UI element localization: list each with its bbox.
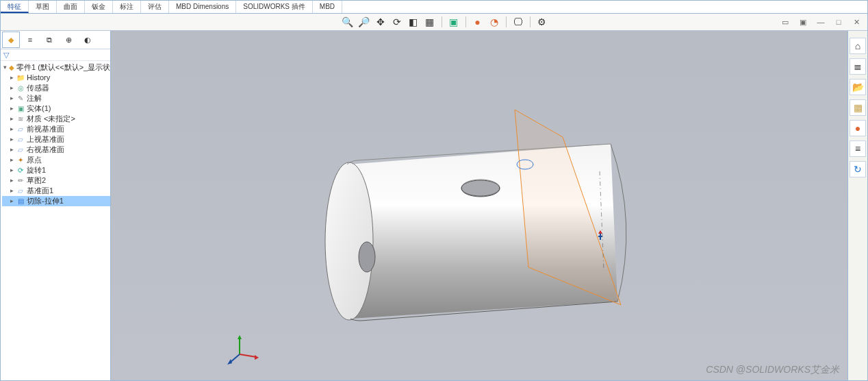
dimxpert-tab[interactable]: ⊕ [60, 32, 77, 48]
tree-item-label: 注解 [27, 93, 42, 103]
tree-item-右视基准面[interactable]: ▸▱右视基准面 [2, 145, 110, 155]
list-icon[interactable]: ≡ [850, 140, 866, 157]
tile-icon[interactable]: ▦ [850, 99, 866, 116]
screen-icon[interactable]: 🖵 [511, 15, 525, 29]
cut-icon: ▤ [16, 197, 25, 206]
refresh-icon[interactable]: ↻ [850, 161, 866, 177]
ribbon-tab-MBD[interactable]: MBD [313, 1, 342, 13]
expand-icon[interactable]: ▸ [9, 83, 14, 93]
tree-item-材质 <未指定>[interactable]: ▸≋材质 <未指定> [2, 114, 110, 124]
settings-icon[interactable]: ⚙ [535, 15, 549, 29]
orientation-triad[interactable] [226, 332, 260, 367]
tree-item-History[interactable]: ▸📁History [2, 73, 110, 83]
tree-item-label: 草图2 [27, 175, 46, 186]
expand-icon[interactable]: ▸ [9, 114, 14, 124]
tree-item-label: 右视基准面 [27, 145, 64, 155]
config-manager-tab[interactable]: ⧉ [40, 32, 58, 48]
expand-icon[interactable]: ▸ [9, 165, 14, 175]
expand-icon[interactable]: ▸ [9, 93, 14, 103]
material-icon: ≋ [16, 115, 25, 123]
tree-item-前视基准面[interactable]: ▸▱前视基准面 [2, 124, 110, 134]
svg-line-13 [230, 354, 240, 362]
ribbon-tab-SOLIDWORKS 插件[interactable]: SOLIDWORKS 插件 [236, 1, 313, 13]
tree-item-label: 实体(1) [27, 103, 51, 114]
ribbon-tab-曲面[interactable]: 曲面 [57, 1, 85, 13]
zoom-area-icon[interactable]: 🔎 [357, 15, 371, 29]
feature-manager-panel: ◆≡⧉⊕◐ ▽ ▾ ◆ 零件1 (默认<<默认>_显示状态 1>) ▸📁Hist… [1, 31, 111, 380]
tree-item-原点[interactable]: ▸✦原点 [2, 155, 110, 165]
tree-item-旋转1[interactable]: ▸⟳旋转1 [2, 165, 110, 175]
svg-point-1 [461, 180, 500, 197]
window-minimize-icon[interactable]: — [814, 16, 828, 27]
window-tile-icon[interactable]: ▭ [778, 16, 792, 27]
tree-item-label: 传感器 [27, 83, 49, 93]
plane-icon: ▱ [16, 136, 25, 144]
filter-icon[interactable]: ▽ [3, 51, 9, 60]
ribbon-tab-草图[interactable]: 草图 [29, 1, 57, 13]
model-canvas[interactable] [111, 31, 847, 380]
window-controls: ▭ ▣ — □ ✕ [778, 16, 867, 27]
tree-item-label: 基准面1 [27, 186, 53, 196]
expand-icon[interactable]: ▸ [9, 196, 14, 206]
expand-icon[interactable]: ▸ [9, 186, 14, 196]
tree-item-label: 材质 <未指定> [27, 114, 75, 124]
tree-item-实体(1)[interactable]: ▸▣实体(1) [2, 103, 110, 114]
expand-icon[interactable]: ▸ [9, 73, 14, 83]
plane-icon: ▱ [16, 125, 25, 134]
ribbon-tab-标注[interactable]: 标注 [113, 1, 141, 13]
part-icon: ◆ [9, 64, 14, 72]
svg-line-11 [240, 354, 256, 357]
expand-icon[interactable]: ▸ [9, 175, 14, 186]
tree-item-label: 原点 [27, 155, 42, 165]
expand-icon[interactable]: ▸ [9, 124, 14, 134]
rotate-icon[interactable]: ⟳ [390, 15, 404, 29]
feature-tree[interactable]: ▾ ◆ 零件1 (默认<<默认>_显示状态 1>) ▸📁History▸◎传感器… [1, 61, 110, 380]
command-manager-tabs: 特征草图曲面钣金标注评估MBD DimensionsSOLIDWORKS 插件M… [1, 1, 867, 14]
svg-point-0 [325, 162, 373, 320]
scene-icon[interactable]: ▣ [447, 15, 461, 29]
tree-item-注解[interactable]: ▸✎注解 [2, 93, 110, 103]
tree-item-label: 旋转1 [27, 165, 46, 175]
svg-marker-12 [255, 355, 259, 360]
appearance-ball-icon[interactable]: ● [850, 120, 866, 136]
expand-icon[interactable]: ▸ [9, 145, 14, 155]
tree-item-切除-拉伸1[interactable]: ▸▤切除-拉伸1 [2, 196, 110, 206]
tree-filter-row[interactable]: ▽ [1, 49, 110, 61]
expand-icon[interactable]: ▸ [9, 103, 14, 114]
ribbon-tab-MBD Dimensions[interactable]: MBD Dimensions [169, 1, 236, 13]
pan-icon[interactable]: ✥ [374, 15, 387, 29]
tree-item-基准面1[interactable]: ▸▱基准面1 [2, 186, 110, 196]
ribbon-tab-钣金[interactable]: 钣金 [85, 1, 113, 13]
orientation-icon[interactable]: ◧ [407, 15, 420, 29]
tree-item-草图2[interactable]: ▸✏草图2 [2, 175, 110, 186]
expand-icon[interactable]: ▸ [9, 155, 14, 165]
zoom-fit-icon[interactable]: 🔍 [341, 15, 355, 29]
origin-icon: ✦ [16, 156, 25, 164]
expand-icon[interactable]: ▸ [9, 134, 14, 145]
property-manager-tab[interactable]: ≡ [21, 32, 39, 48]
layers-icon[interactable]: ≣ [850, 58, 866, 75]
window-maximize-icon[interactable]: □ [832, 16, 845, 27]
tree-item-label: 前视基准面 [27, 124, 64, 134]
ribbon-tab-特征[interactable]: 特征 [1, 1, 29, 13]
window-cascade-icon[interactable]: ▣ [796, 16, 810, 27]
window-close-icon[interactable]: ✕ [850, 16, 863, 27]
plane-icon: ▱ [16, 146, 25, 154]
tree-item-传感器[interactable]: ▸◎传感器 [2, 83, 110, 93]
collapse-icon[interactable]: ▾ [3, 62, 7, 73]
tree-item-label: 上视基准面 [27, 134, 64, 145]
toolbar-row: 🔍🔎✥⟳◧▦▣●◔🖵⚙ ▭ ▣ — □ ✕ [1, 14, 867, 31]
display-manager-tab[interactable]: ◐ [79, 32, 97, 48]
edit-appearance-icon[interactable]: ◔ [487, 15, 501, 29]
display-style-icon[interactable]: ▦ [423, 15, 437, 29]
graphics-viewport[interactable]: CSDN @SOLIDWORKS艾金米 [111, 31, 847, 380]
ribbon-tab-评估[interactable]: 评估 [141, 1, 169, 13]
feature-manager-tab[interactable]: ◆ [2, 32, 20, 48]
appearance-icon[interactable]: ● [471, 15, 485, 29]
tree-root[interactable]: ▾ ◆ 零件1 (默认<<默认>_显示状态 1>) [2, 62, 110, 73]
folder-icon[interactable]: 📂 [850, 79, 866, 95]
plane-icon: ▱ [16, 187, 25, 195]
home-icon[interactable]: ⌂ [850, 38, 866, 54]
tree-item-上视基准面[interactable]: ▸▱上视基准面 [2, 134, 110, 145]
main-area: ◆≡⧉⊕◐ ▽ ▾ ◆ 零件1 (默认<<默认>_显示状态 1>) ▸📁Hist… [1, 31, 867, 380]
